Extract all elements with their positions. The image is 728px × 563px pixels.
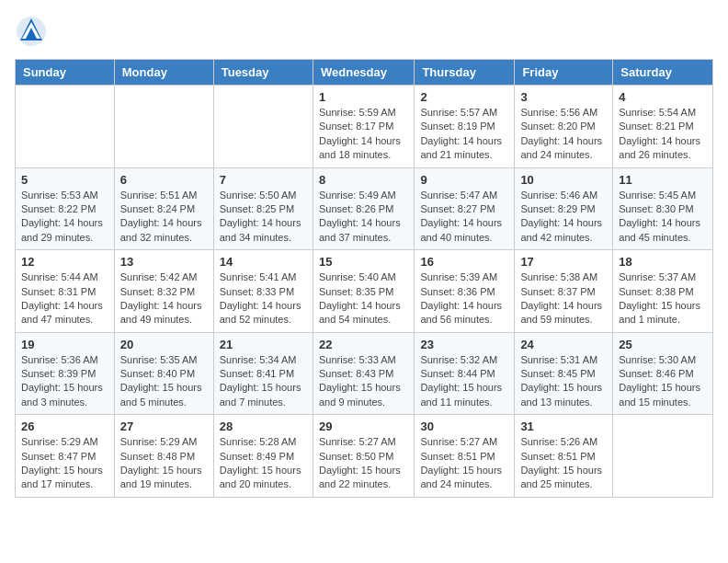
day-number: 27 — [120, 419, 208, 433]
calendar-cell: 29Sunrise: 5:27 AM Sunset: 8:50 PM Dayli… — [313, 415, 414, 498]
day-number: 19 — [21, 338, 108, 351]
calendar-cell: 27Sunrise: 5:29 AM Sunset: 8:48 PM Dayli… — [114, 415, 213, 498]
calendar-cell: 31Sunrise: 5:26 AM Sunset: 8:51 PM Dayli… — [515, 415, 613, 498]
day-number: 14 — [220, 255, 307, 269]
day-number: 8 — [319, 173, 408, 187]
calendar-cell: 21Sunrise: 5:34 AM Sunset: 8:41 PM Dayli… — [213, 332, 313, 415]
day-info: Sunrise: 5:40 AM Sunset: 8:35 PM Dayligh… — [319, 270, 408, 327]
weekday-header-monday: Monday — [114, 60, 213, 86]
calendar-week-row: 5Sunrise: 5:53 AM Sunset: 8:22 PM Daylig… — [16, 167, 713, 250]
calendar-week-row: 12Sunrise: 5:44 AM Sunset: 8:31 PM Dayli… — [16, 250, 713, 333]
day-info: Sunrise: 5:28 AM Sunset: 8:49 PM Dayligh… — [220, 435, 307, 492]
day-number: 11 — [619, 173, 707, 187]
day-info: Sunrise: 5:41 AM Sunset: 8:33 PM Dayligh… — [220, 270, 307, 327]
calendar-cell: 25Sunrise: 5:30 AM Sunset: 8:46 PM Dayli… — [613, 332, 713, 415]
calendar-cell: 10Sunrise: 5:46 AM Sunset: 8:29 PM Dayli… — [515, 167, 613, 250]
calendar-cell — [114, 86, 213, 168]
day-info: Sunrise: 5:56 AM Sunset: 8:20 PM Dayligh… — [520, 106, 607, 163]
day-number: 2 — [420, 90, 508, 104]
day-info: Sunrise: 5:51 AM Sunset: 8:24 PM Dayligh… — [120, 189, 208, 246]
day-info: Sunrise: 5:57 AM Sunset: 8:19 PM Dayligh… — [420, 106, 508, 163]
day-number: 18 — [619, 255, 707, 269]
weekday-header-friday: Friday — [515, 60, 613, 86]
calendar-cell: 11Sunrise: 5:45 AM Sunset: 8:30 PM Dayli… — [613, 167, 713, 250]
weekday-header-saturday: Saturday — [613, 60, 713, 86]
day-info: Sunrise: 5:44 AM Sunset: 8:31 PM Dayligh… — [21, 270, 108, 327]
calendar-cell: 3Sunrise: 5:56 AM Sunset: 8:20 PM Daylig… — [515, 86, 613, 168]
day-info: Sunrise: 5:29 AM Sunset: 8:47 PM Dayligh… — [21, 435, 108, 492]
calendar-cell: 17Sunrise: 5:38 AM Sunset: 8:37 PM Dayli… — [515, 250, 613, 333]
calendar-cell: 26Sunrise: 5:29 AM Sunset: 8:47 PM Dayli… — [16, 415, 115, 498]
day-number: 3 — [520, 90, 607, 104]
calendar-cell: 22Sunrise: 5:33 AM Sunset: 8:43 PM Dayli… — [313, 332, 414, 415]
day-info: Sunrise: 5:53 AM Sunset: 8:22 PM Dayligh… — [21, 189, 108, 246]
day-info: Sunrise: 5:59 AM Sunset: 8:17 PM Dayligh… — [319, 106, 408, 163]
calendar-cell: 13Sunrise: 5:42 AM Sunset: 8:32 PM Dayli… — [114, 250, 213, 333]
day-info: Sunrise: 5:27 AM Sunset: 8:50 PM Dayligh… — [319, 435, 408, 492]
day-info: Sunrise: 5:32 AM Sunset: 8:44 PM Dayligh… — [420, 353, 508, 410]
day-info: Sunrise: 5:35 AM Sunset: 8:40 PM Dayligh… — [120, 353, 208, 410]
calendar-cell: 1Sunrise: 5:59 AM Sunset: 8:17 PM Daylig… — [313, 86, 414, 168]
day-number: 1 — [319, 90, 408, 104]
day-number: 22 — [319, 338, 408, 351]
day-info: Sunrise: 5:26 AM Sunset: 8:51 PM Dayligh… — [520, 435, 607, 492]
calendar-cell: 6Sunrise: 5:51 AM Sunset: 8:24 PM Daylig… — [114, 167, 213, 250]
logo — [15, 15, 51, 48]
day-info: Sunrise: 5:27 AM Sunset: 8:51 PM Dayligh… — [420, 435, 508, 492]
calendar-table: SundayMondayTuesdayWednesdayThursdayFrid… — [15, 59, 713, 498]
calendar-cell: 2Sunrise: 5:57 AM Sunset: 8:19 PM Daylig… — [415, 86, 515, 168]
calendar-cell: 12Sunrise: 5:44 AM Sunset: 8:31 PM Dayli… — [16, 250, 115, 333]
calendar-week-row: 26Sunrise: 5:29 AM Sunset: 8:47 PM Dayli… — [16, 415, 713, 498]
day-info: Sunrise: 5:47 AM Sunset: 8:27 PM Dayligh… — [420, 189, 508, 246]
day-info: Sunrise: 5:49 AM Sunset: 8:26 PM Dayligh… — [319, 189, 408, 246]
calendar-cell: 15Sunrise: 5:40 AM Sunset: 8:35 PM Dayli… — [313, 250, 414, 333]
calendar-cell: 28Sunrise: 5:28 AM Sunset: 8:49 PM Dayli… — [213, 415, 313, 498]
calendar-week-row: 1Sunrise: 5:59 AM Sunset: 8:17 PM Daylig… — [16, 86, 713, 168]
calendar-cell: 5Sunrise: 5:53 AM Sunset: 8:22 PM Daylig… — [16, 167, 115, 250]
day-info: Sunrise: 5:36 AM Sunset: 8:39 PM Dayligh… — [21, 353, 108, 410]
weekday-header-tuesday: Tuesday — [213, 60, 313, 86]
day-info: Sunrise: 5:37 AM Sunset: 8:38 PM Dayligh… — [619, 270, 707, 327]
calendar-cell: 4Sunrise: 5:54 AM Sunset: 8:21 PM Daylig… — [613, 86, 713, 168]
calendar-cell: 20Sunrise: 5:35 AM Sunset: 8:40 PM Dayli… — [114, 332, 213, 415]
calendar-cell: 23Sunrise: 5:32 AM Sunset: 8:44 PM Dayli… — [415, 332, 515, 415]
calendar-cell: 19Sunrise: 5:36 AM Sunset: 8:39 PM Dayli… — [16, 332, 115, 415]
day-info: Sunrise: 5:46 AM Sunset: 8:29 PM Dayligh… — [520, 189, 607, 246]
day-info: Sunrise: 5:38 AM Sunset: 8:37 PM Dayligh… — [520, 270, 607, 327]
day-number: 15 — [319, 255, 408, 269]
weekday-header-row: SundayMondayTuesdayWednesdayThursdayFrid… — [16, 60, 713, 86]
day-info: Sunrise: 5:33 AM Sunset: 8:43 PM Dayligh… — [319, 353, 408, 410]
day-info: Sunrise: 5:31 AM Sunset: 8:45 PM Dayligh… — [520, 353, 607, 410]
day-number: 31 — [520, 419, 607, 433]
day-number: 10 — [520, 173, 607, 187]
calendar-cell: 14Sunrise: 5:41 AM Sunset: 8:33 PM Dayli… — [213, 250, 313, 333]
day-number: 25 — [619, 338, 707, 351]
day-number: 4 — [619, 90, 707, 104]
calendar-cell: 9Sunrise: 5:47 AM Sunset: 8:27 PM Daylig… — [415, 167, 515, 250]
weekday-header-sunday: Sunday — [16, 60, 115, 86]
weekday-header-wednesday: Wednesday — [313, 60, 414, 86]
day-info: Sunrise: 5:50 AM Sunset: 8:25 PM Dayligh… — [220, 189, 307, 246]
day-number: 16 — [420, 255, 508, 269]
day-number: 5 — [21, 173, 108, 187]
day-info: Sunrise: 5:45 AM Sunset: 8:30 PM Dayligh… — [619, 189, 707, 246]
day-info: Sunrise: 5:30 AM Sunset: 8:46 PM Dayligh… — [619, 353, 707, 410]
day-info: Sunrise: 5:29 AM Sunset: 8:48 PM Dayligh… — [120, 435, 208, 492]
calendar-cell — [213, 86, 313, 168]
day-number: 29 — [319, 419, 408, 433]
day-number: 21 — [220, 338, 307, 351]
logo-icon — [15, 15, 48, 48]
day-info: Sunrise: 5:34 AM Sunset: 8:41 PM Dayligh… — [220, 353, 307, 410]
day-number: 13 — [120, 255, 208, 269]
calendar-cell: 18Sunrise: 5:37 AM Sunset: 8:38 PM Dayli… — [613, 250, 713, 333]
day-number: 7 — [220, 173, 307, 187]
calendar-cell: 24Sunrise: 5:31 AM Sunset: 8:45 PM Dayli… — [515, 332, 613, 415]
calendar-cell: 7Sunrise: 5:50 AM Sunset: 8:25 PM Daylig… — [213, 167, 313, 250]
weekday-header-thursday: Thursday — [415, 60, 515, 86]
day-number: 9 — [420, 173, 508, 187]
day-number: 24 — [520, 338, 607, 351]
day-info: Sunrise: 5:42 AM Sunset: 8:32 PM Dayligh… — [120, 270, 208, 327]
calendar-cell: 30Sunrise: 5:27 AM Sunset: 8:51 PM Dayli… — [415, 415, 515, 498]
calendar-cell — [16, 86, 115, 168]
day-info: Sunrise: 5:54 AM Sunset: 8:21 PM Dayligh… — [619, 106, 707, 163]
